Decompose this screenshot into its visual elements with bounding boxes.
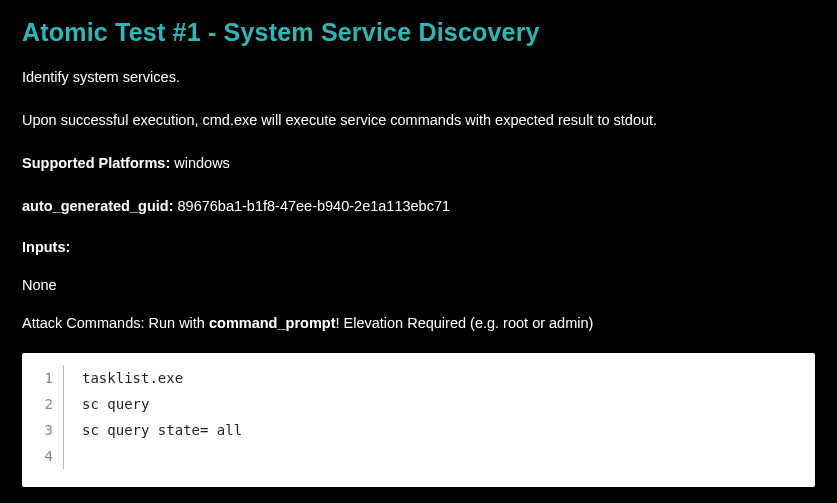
code-block: 1 tasklist.exe 2 sc query 3 sc query sta… [22, 353, 815, 487]
test-description: Identify system services. [22, 67, 815, 88]
attack-suffix: ! Elevation Required (e.g. root or admin… [335, 315, 593, 331]
inputs-label: Inputs: [22, 239, 815, 255]
inputs-value: None [22, 277, 815, 293]
code-row: 1 tasklist.exe [22, 365, 815, 391]
code-row: 4 [22, 443, 815, 469]
test-title: Atomic Test #1 - System Service Discover… [22, 18, 815, 47]
auto-generated-guid: auto_generated_guid: 89676ba1-b1f8-47ee-… [22, 196, 815, 217]
line-number: 4 [22, 443, 64, 469]
guid-value: 89676ba1-b1f8-47ee-b940-2e1a113ebc71 [178, 198, 451, 214]
platforms-value: windows [174, 155, 230, 171]
atomic-test-section: Atomic Test #1 - System Service Discover… [0, 0, 837, 503]
guid-label: auto_generated_guid: [22, 198, 173, 214]
code-text: sc query [64, 391, 149, 417]
code-row: 2 sc query [22, 391, 815, 417]
attack-command-name: command_prompt [209, 315, 336, 331]
line-number: 2 [22, 391, 64, 417]
platforms-label: Supported Platforms: [22, 155, 170, 171]
line-number: 3 [22, 417, 64, 443]
supported-platforms: Supported Platforms: windows [22, 153, 815, 174]
code-text: tasklist.exe [64, 365, 183, 391]
line-number: 1 [22, 365, 64, 391]
attack-prefix: Attack Commands: Run with [22, 315, 209, 331]
code-text: sc query state= all [64, 417, 242, 443]
execution-note: Upon successful execution, cmd.exe will … [22, 110, 815, 131]
code-row: 3 sc query state= all [22, 417, 815, 443]
attack-commands-line: Attack Commands: Run with command_prompt… [22, 315, 815, 331]
